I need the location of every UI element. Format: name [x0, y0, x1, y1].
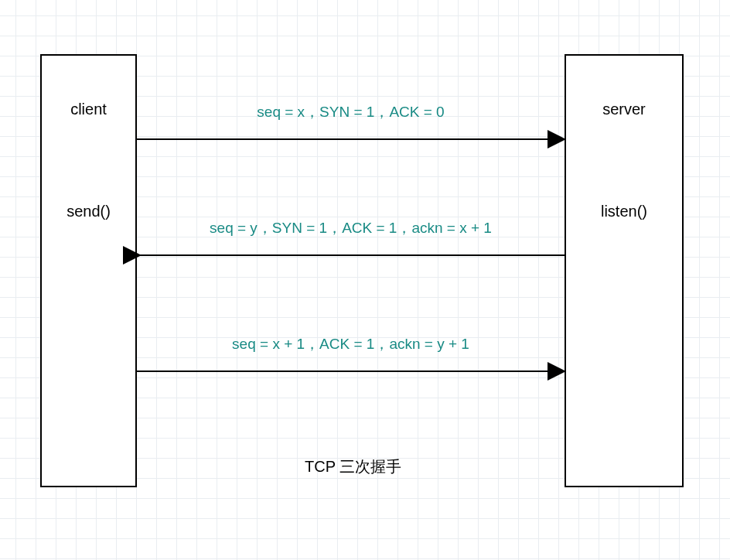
message-2-label: seq = y，SYN = 1，ACK = 1，ackn = x + 1 [137, 218, 565, 238]
server-title: server [566, 101, 682, 118]
server-box: server listen() [565, 54, 684, 487]
client-action-label: send() [42, 203, 135, 220]
message-1-label: seq = x，SYN = 1，ACK = 0 [137, 102, 565, 122]
diagram-stage: client send() server listen() seq = x，SY… [0, 0, 730, 560]
diagram-caption: TCP 三次握手 [305, 456, 401, 477]
server-action-label: listen() [566, 203, 682, 220]
client-box: client send() [40, 54, 137, 487]
message-3-label: seq = x + 1，ACK = 1，ackn = y + 1 [137, 334, 565, 354]
client-title: client [42, 101, 135, 118]
